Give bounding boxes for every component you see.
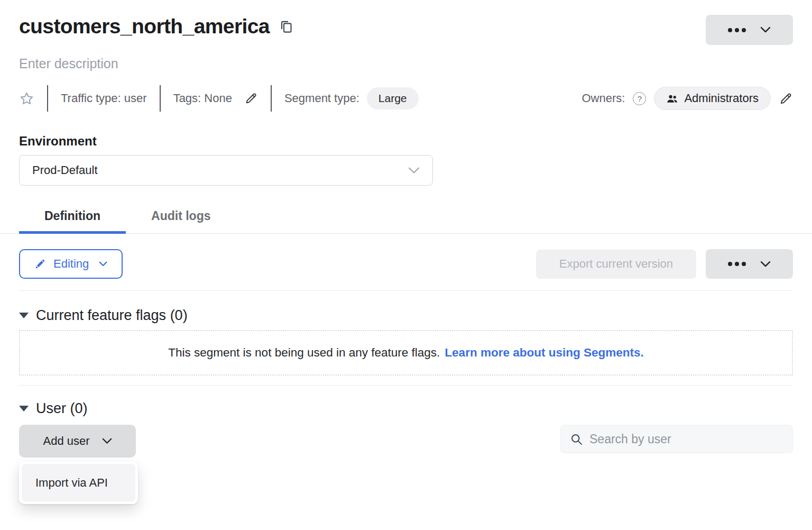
environment-label: Environment <box>19 134 793 149</box>
copy-icon <box>279 20 293 34</box>
user-search-box <box>560 425 793 453</box>
edit-owners-button[interactable] <box>779 92 793 106</box>
meta-row: Traffic type: user Tags: None Segment ty… <box>19 85 793 112</box>
environment-selected-value: Prod-Default <box>32 163 98 177</box>
collapse-caret-icon <box>19 406 29 412</box>
environment-select[interactable]: Prod-Default <box>19 155 433 186</box>
section-divider <box>19 290 793 291</box>
copy-name-button[interactable] <box>279 20 293 34</box>
editing-label: Editing <box>53 257 89 271</box>
page-more-actions-button[interactable] <box>706 15 793 45</box>
owners-value: Administrators <box>684 92 759 105</box>
ellipsis-icon <box>728 28 746 32</box>
chevron-down-icon <box>760 261 771 268</box>
user-controls-row: Add user Import via API <box>19 425 793 458</box>
owners-label: Owners: <box>582 92 625 105</box>
add-user-button[interactable]: Add user <box>19 425 136 458</box>
editing-status-button[interactable]: Editing <box>19 249 123 279</box>
segment-detail-page: customers_north_america Enter des <box>0 0 812 530</box>
traffic-type-label: Traffic type: user <box>61 92 147 105</box>
segment-type-group: Segment type: Large <box>284 87 419 109</box>
user-search-input[interactable] <box>589 432 783 446</box>
pencil-icon <box>34 259 45 270</box>
tab-definition[interactable]: Definition <box>19 209 126 233</box>
tab-bar: Definition Audit logs <box>0 209 812 234</box>
user-section-header[interactable]: User (0) <box>19 400 793 417</box>
meta-divider <box>47 85 48 112</box>
chevron-down-icon <box>102 438 112 444</box>
export-current-version-button[interactable]: Export current version <box>536 250 696 279</box>
segment-type-badge: Large <box>367 87 419 109</box>
collapse-caret-icon <box>19 313 29 318</box>
tags-label: Tags: None <box>173 92 232 105</box>
people-icon <box>666 93 678 105</box>
description-placeholder[interactable]: Enter description <box>19 56 793 71</box>
feature-flags-section-header[interactable]: Current feature flags (0) <box>19 307 793 324</box>
chevron-down-icon <box>99 261 107 267</box>
definition-toolbar: Editing Export current version <box>19 249 793 279</box>
title-wrap: customers_north_america <box>19 15 293 38</box>
pencil-icon <box>244 92 258 105</box>
edit-tags-button[interactable] <box>244 92 258 105</box>
definition-more-actions-button[interactable] <box>706 249 793 279</box>
feature-flags-title: Current feature flags (0) <box>36 307 188 324</box>
toolbar-right-group: Export current version <box>536 249 793 279</box>
meta-divider <box>160 85 161 112</box>
chevron-down-icon <box>408 167 420 174</box>
star-icon <box>19 91 34 106</box>
page-title: customers_north_america <box>19 15 270 38</box>
feature-flags-empty-state: This segment is not being used in any fe… <box>19 330 793 376</box>
menu-item-import-via-api[interactable]: Import via API <box>22 464 135 501</box>
chevron-down-icon <box>760 26 771 33</box>
add-user-dropdown-menu: Import via API <box>19 461 138 504</box>
pencil-icon <box>779 92 793 106</box>
meta-divider <box>271 85 272 112</box>
tags-group: Tags: None <box>173 92 258 105</box>
section-divider <box>19 385 793 386</box>
empty-state-text: This segment is not being used in any fe… <box>168 346 440 360</box>
learn-more-link[interactable]: Learn more about using Segments. <box>445 346 643 360</box>
ellipsis-icon <box>728 262 746 266</box>
add-user-label: Add user <box>43 434 89 448</box>
owners-help-icon[interactable]: ? <box>633 92 646 105</box>
user-section-title: User (0) <box>36 400 88 417</box>
favorite-star-button[interactable] <box>19 91 34 106</box>
owners-badge[interactable]: Administrators <box>654 87 771 110</box>
page-header: customers_north_america <box>19 0 793 45</box>
tab-audit-logs[interactable]: Audit logs <box>126 209 236 233</box>
owners-group: Owners: ? Administrators <box>582 87 793 110</box>
search-icon <box>570 433 583 446</box>
segment-type-label: Segment type: <box>284 92 359 105</box>
